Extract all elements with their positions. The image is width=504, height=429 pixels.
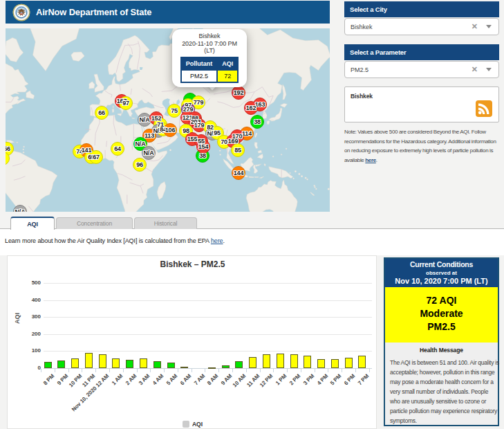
popup-table: Pollutant AQI PM2.5 72: [180, 57, 239, 83]
tab-concentration[interactable]: Concentration: [56, 217, 133, 229]
feed-city-title: Bishkek: [351, 93, 373, 100]
city-caret-icon[interactable]: [486, 25, 492, 28]
aqi-bar[interactable]: [99, 354, 106, 368]
clear-city-icon[interactable]: ✕: [472, 22, 478, 31]
x-tick: [123, 369, 124, 372]
conditions-category: Moderate: [385, 307, 498, 320]
x-axis-label: 9 PM: [56, 373, 69, 386]
x-tick: [287, 369, 288, 372]
app-header: AirNow Department of State: [6, 1, 330, 24]
aqi-bar[interactable]: [345, 358, 353, 368]
aqi-marker-value: 162: [237, 104, 265, 112]
legend-swatch: [183, 421, 189, 428]
aqi-bar[interactable]: [331, 359, 339, 368]
learn-more-here-link[interactable]: here: [211, 237, 223, 244]
parameter-select[interactable]: PM2.5 ✕: [344, 61, 499, 78]
y-tick-label: 400: [17, 297, 41, 303]
note-here-link[interactable]: here: [365, 157, 376, 163]
x-tick: [328, 369, 328, 372]
aqi-marker-value: 192: [225, 89, 252, 97]
x-tick: [301, 369, 301, 372]
aqi-bar[interactable]: [263, 354, 270, 368]
aqi-bar[interactable]: [277, 354, 284, 368]
x-tick: [315, 369, 315, 372]
x-tick: [164, 369, 165, 372]
aqi-marker-value: 85: [224, 146, 252, 154]
aqi-bar[interactable]: [57, 360, 65, 368]
x-axis-label: 10 AM: [232, 373, 247, 388]
aqi-marker-value: 144: [225, 169, 252, 177]
aqi-marker-value: 38: [243, 118, 271, 126]
aqi-bar[interactable]: [358, 356, 366, 368]
rss-icon[interactable]: [476, 100, 492, 117]
health-message-section: Health Message The AQI is between 51 and…: [385, 343, 498, 426]
x-axis-label: 8 PM: [42, 373, 55, 386]
x-axis-label: 1 AM: [111, 373, 124, 386]
x-axis-label: 2 PM: [288, 373, 301, 386]
popup-aqi-value: 72: [217, 70, 238, 82]
x-tick: [205, 369, 205, 372]
aqi-bar[interactable]: [85, 353, 93, 368]
x-tick: [41, 369, 41, 372]
aqi-bar[interactable]: [44, 362, 52, 368]
x-axis-label: 3 AM: [138, 373, 151, 386]
x-tick: [273, 369, 274, 372]
parameter-caret-icon[interactable]: [486, 68, 492, 71]
current-conditions-panel: Current Conditions observed at Nov 10, 2…: [384, 257, 499, 426]
tab-aqi[interactable]: AQI: [10, 217, 55, 230]
x-tick: [369, 369, 370, 372]
y-tick-label: 100: [17, 347, 41, 354]
x-axis-label: 4 PM: [316, 373, 329, 386]
gridline: [44, 300, 372, 301]
parameter-select-value: PM2.5: [351, 66, 472, 73]
aqi-bar[interactable]: [167, 363, 175, 368]
x-axis-label: 7 PM: [357, 373, 370, 386]
x-axis-label: 5 AM: [165, 373, 178, 386]
aqi-bar[interactable]: [126, 360, 133, 368]
clear-parameter-icon[interactable]: ✕: [472, 65, 478, 74]
x-tick: [232, 369, 233, 372]
x-axis-label: 10 PM: [68, 373, 83, 388]
aqi-bar[interactable]: [180, 367, 188, 368]
app-title: AirNow Department of State: [36, 7, 151, 17]
aqi-bar[interactable]: [222, 365, 230, 368]
aqi-marker-value: 56: [6, 145, 21, 153]
popup-pollutant-value: PM2.5: [181, 70, 218, 82]
aqi-marker-value: 169: [219, 137, 247, 145]
aqi-bar[interactable]: [140, 358, 147, 368]
aqi-marker-value: N/A: [135, 149, 162, 157]
aqi-bar[interactable]: [235, 361, 243, 368]
x-tick: [342, 369, 342, 372]
legend-label: AQI: [192, 421, 203, 428]
aqi-marker-value: N/A: [6, 208, 34, 212]
aqi-marker-value: 38: [189, 152, 216, 160]
city-select[interactable]: Bishkek ✕: [344, 18, 499, 35]
aqi-marker-value: 66: [88, 109, 115, 117]
conditions-aqi-value: 72 AQI: [385, 294, 498, 307]
aqi-world-map[interactable]: 56N/A1679766N/A15271N/A84106113N/AN/A741…: [6, 28, 330, 212]
conditions-subtitle: observed at: [385, 270, 498, 276]
y-tick-label: 300: [17, 313, 41, 320]
x-tick: [109, 369, 110, 372]
select-city-header: Select a City: [344, 1, 499, 17]
gridline: [44, 351, 372, 352]
chart-title: Bishkek – PM2.5: [8, 259, 377, 269]
aqi-bar[interactable]: [290, 354, 298, 368]
aqi-bar[interactable]: [317, 359, 325, 368]
aqi-bar[interactable]: [304, 356, 311, 368]
chart-legend[interactable]: AQI: [8, 421, 377, 428]
conditions-title: Current Conditions: [385, 260, 498, 269]
tab-historical[interactable]: Historical: [134, 217, 197, 229]
aqi-bar[interactable]: [112, 358, 120, 368]
aqi-bar[interactable]: [249, 357, 256, 368]
aqi-bar[interactable]: [71, 358, 79, 368]
x-axis-label: 6 AM: [179, 373, 192, 386]
aqi-bar[interactable]: [208, 367, 216, 369]
x-axis-label: 6 PM: [343, 373, 356, 386]
x-axis-label: 12 PM: [259, 373, 274, 388]
x-axis-label: 3 PM: [302, 373, 315, 386]
state-department-seal-icon: [12, 3, 30, 21]
x-tick: [137, 369, 138, 372]
learn-more-text: Learn more about how the Air Quality Ind…: [5, 237, 225, 244]
aqi-bar[interactable]: [153, 361, 161, 368]
